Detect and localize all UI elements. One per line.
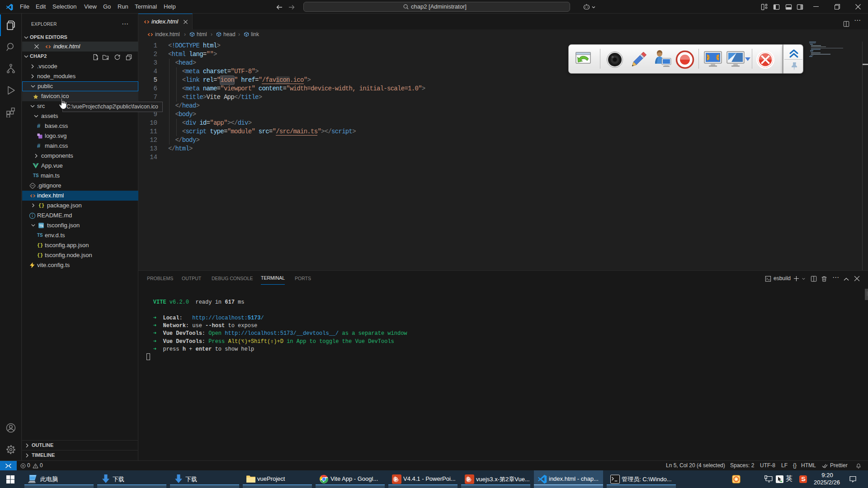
svg-text:TS: TS	[39, 224, 43, 227]
